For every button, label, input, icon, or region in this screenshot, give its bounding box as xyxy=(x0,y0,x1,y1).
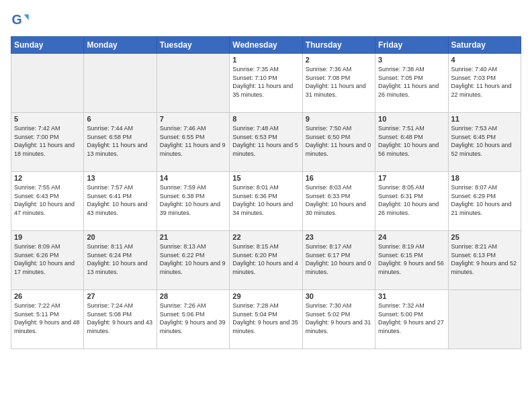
day-info: Sunrise: 7:50 AMSunset: 6:50 PMDaylight:… xyxy=(306,124,372,158)
day-number: 6 xyxy=(87,115,153,123)
day-info: Sunrise: 8:09 AMSunset: 6:26 PMDaylight:… xyxy=(14,242,81,276)
day-number: 9 xyxy=(306,115,372,123)
day-info: Sunrise: 7:57 AMSunset: 6:41 PMDaylight:… xyxy=(87,183,153,217)
calendar-day-cell: 23Sunrise: 8:17 AMSunset: 6:17 PMDayligh… xyxy=(302,231,375,290)
logo: G xyxy=(11,11,32,30)
day-info: Sunrise: 7:38 AMSunset: 7:05 PMDaylight:… xyxy=(378,65,445,99)
day-number: 16 xyxy=(306,174,372,182)
calendar-day-cell: 14Sunrise: 7:59 AMSunset: 6:38 PMDayligh… xyxy=(157,172,229,231)
calendar-day-cell xyxy=(84,54,157,113)
day-info: Sunrise: 7:55 AMSunset: 6:43 PMDaylight:… xyxy=(14,183,81,217)
day-number: 3 xyxy=(378,56,445,64)
day-number: 27 xyxy=(87,292,153,300)
calendar-day-cell: 30Sunrise: 7:30 AMSunset: 5:02 PMDayligh… xyxy=(302,290,375,349)
calendar-day-cell: 28Sunrise: 7:26 AMSunset: 5:06 PMDayligh… xyxy=(157,290,229,349)
day-number: 22 xyxy=(232,233,299,241)
day-number: 28 xyxy=(160,292,226,300)
weekday-header: Friday xyxy=(375,37,448,54)
calendar-day-cell: 10Sunrise: 7:51 AMSunset: 6:48 PMDayligh… xyxy=(375,113,448,172)
day-info: Sunrise: 7:30 AMSunset: 5:02 PMDaylight:… xyxy=(306,302,372,335)
logo-icon: G xyxy=(11,11,30,30)
day-info: Sunrise: 7:53 AMSunset: 6:45 PMDaylight:… xyxy=(451,124,518,158)
calendar-day-cell: 31Sunrise: 7:32 AMSunset: 5:00 PMDayligh… xyxy=(375,290,448,349)
calendar-week-row: 12Sunrise: 7:55 AMSunset: 6:43 PMDayligh… xyxy=(11,172,521,231)
day-number: 23 xyxy=(306,233,372,241)
day-number: 24 xyxy=(378,233,445,241)
calendar-day-cell: 25Sunrise: 8:21 AMSunset: 6:13 PMDayligh… xyxy=(448,231,521,290)
calendar-day-cell: 9Sunrise: 7:50 AMSunset: 6:50 PMDaylight… xyxy=(302,113,375,172)
day-info: Sunrise: 7:28 AMSunset: 5:04 PMDaylight:… xyxy=(232,302,299,335)
calendar-day-cell xyxy=(157,54,229,113)
day-number: 20 xyxy=(87,233,153,241)
day-info: Sunrise: 8:21 AMSunset: 6:13 PMDaylight:… xyxy=(451,242,518,276)
calendar-header-row: SundayMondayTuesdayWednesdayThursdayFrid… xyxy=(11,37,521,54)
day-number: 5 xyxy=(14,115,81,123)
day-info: Sunrise: 7:42 AMSunset: 7:00 PMDaylight:… xyxy=(14,124,81,158)
day-number: 29 xyxy=(232,292,299,300)
calendar-day-cell: 3Sunrise: 7:38 AMSunset: 7:05 PMDaylight… xyxy=(375,54,448,113)
day-info: Sunrise: 8:03 AMSunset: 6:33 PMDaylight:… xyxy=(306,183,372,217)
day-info: Sunrise: 7:32 AMSunset: 5:00 PMDaylight:… xyxy=(378,302,445,335)
day-number: 2 xyxy=(306,56,372,64)
day-number: 31 xyxy=(378,292,445,300)
calendar-day-cell: 16Sunrise: 8:03 AMSunset: 6:33 PMDayligh… xyxy=(302,172,375,231)
calendar-day-cell: 20Sunrise: 8:11 AMSunset: 6:24 PMDayligh… xyxy=(84,231,157,290)
day-info: Sunrise: 7:40 AMSunset: 7:03 PMDaylight:… xyxy=(451,65,518,99)
weekday-header: Thursday xyxy=(302,37,375,54)
calendar-day-cell: 1Sunrise: 7:35 AMSunset: 7:10 PMDaylight… xyxy=(230,54,302,113)
calendar-body: 1Sunrise: 7:35 AMSunset: 7:10 PMDaylight… xyxy=(11,54,521,349)
calendar-table: SundayMondayTuesdayWednesdayThursdayFrid… xyxy=(11,36,521,349)
day-info: Sunrise: 7:35 AMSunset: 7:10 PMDaylight:… xyxy=(232,65,299,99)
day-number: 12 xyxy=(14,174,81,182)
calendar-day-cell: 15Sunrise: 8:01 AMSunset: 6:36 PMDayligh… xyxy=(230,172,302,231)
calendar-day-cell: 17Sunrise: 8:05 AMSunset: 6:31 PMDayligh… xyxy=(375,172,448,231)
day-number: 14 xyxy=(160,174,226,182)
day-number: 17 xyxy=(378,174,445,182)
calendar-day-cell: 8Sunrise: 7:48 AMSunset: 6:53 PMDaylight… xyxy=(230,113,302,172)
calendar-day-cell: 11Sunrise: 7:53 AMSunset: 6:45 PMDayligh… xyxy=(448,113,521,172)
calendar-day-cell: 24Sunrise: 8:19 AMSunset: 6:15 PMDayligh… xyxy=(375,231,448,290)
day-number: 8 xyxy=(232,115,299,123)
calendar-day-cell xyxy=(448,290,521,349)
day-number: 4 xyxy=(451,56,518,64)
day-number: 25 xyxy=(451,233,518,241)
day-number: 13 xyxy=(87,174,153,182)
day-info: Sunrise: 7:26 AMSunset: 5:06 PMDaylight:… xyxy=(160,302,226,335)
day-number: 30 xyxy=(306,292,372,300)
calendar-week-row: 26Sunrise: 7:22 AMSunset: 5:11 PMDayligh… xyxy=(11,290,521,349)
day-info: Sunrise: 8:01 AMSunset: 6:36 PMDaylight:… xyxy=(232,183,299,217)
day-number: 7 xyxy=(160,115,226,123)
weekday-header: Sunday xyxy=(11,37,84,54)
day-info: Sunrise: 7:46 AMSunset: 6:55 PMDaylight:… xyxy=(160,124,226,158)
calendar-day-cell: 4Sunrise: 7:40 AMSunset: 7:03 PMDaylight… xyxy=(448,54,521,113)
weekday-header: Tuesday xyxy=(157,37,229,54)
calendar-day-cell: 2Sunrise: 7:36 AMSunset: 7:08 PMDaylight… xyxy=(302,54,375,113)
day-info: Sunrise: 7:24 AMSunset: 5:08 PMDaylight:… xyxy=(87,302,153,335)
day-number: 15 xyxy=(232,174,299,182)
page-header: G xyxy=(11,11,521,30)
calendar-day-cell: 22Sunrise: 8:15 AMSunset: 6:20 PMDayligh… xyxy=(230,231,302,290)
calendar-day-cell: 26Sunrise: 7:22 AMSunset: 5:11 PMDayligh… xyxy=(11,290,84,349)
day-info: Sunrise: 8:17 AMSunset: 6:17 PMDaylight:… xyxy=(306,242,372,276)
day-info: Sunrise: 8:19 AMSunset: 6:15 PMDaylight:… xyxy=(378,242,445,276)
day-info: Sunrise: 7:22 AMSunset: 5:11 PMDaylight:… xyxy=(14,302,81,335)
day-info: Sunrise: 8:15 AMSunset: 6:20 PMDaylight:… xyxy=(232,242,299,276)
calendar-day-cell: 5Sunrise: 7:42 AMSunset: 7:00 PMDaylight… xyxy=(11,113,84,172)
calendar-day-cell: 19Sunrise: 8:09 AMSunset: 6:26 PMDayligh… xyxy=(11,231,84,290)
day-number: 26 xyxy=(14,292,81,300)
day-info: Sunrise: 8:11 AMSunset: 6:24 PMDaylight:… xyxy=(87,242,153,276)
calendar-week-row: 19Sunrise: 8:09 AMSunset: 6:26 PMDayligh… xyxy=(11,231,521,290)
calendar-day-cell: 12Sunrise: 7:55 AMSunset: 6:43 PMDayligh… xyxy=(11,172,84,231)
calendar-day-cell: 29Sunrise: 7:28 AMSunset: 5:04 PMDayligh… xyxy=(230,290,302,349)
weekday-header: Monday xyxy=(84,37,157,54)
day-number: 1 xyxy=(232,56,299,64)
day-info: Sunrise: 7:48 AMSunset: 6:53 PMDaylight:… xyxy=(232,124,299,158)
day-info: Sunrise: 8:05 AMSunset: 6:31 PMDaylight:… xyxy=(378,183,445,217)
weekday-header: Wednesday xyxy=(230,37,302,54)
day-number: 11 xyxy=(451,115,518,123)
weekday-header: Saturday xyxy=(448,37,521,54)
calendar-week-row: 5Sunrise: 7:42 AMSunset: 7:00 PMDaylight… xyxy=(11,113,521,172)
day-number: 19 xyxy=(14,233,81,241)
calendar-day-cell xyxy=(11,54,84,113)
day-info: Sunrise: 7:59 AMSunset: 6:38 PMDaylight:… xyxy=(160,183,226,217)
